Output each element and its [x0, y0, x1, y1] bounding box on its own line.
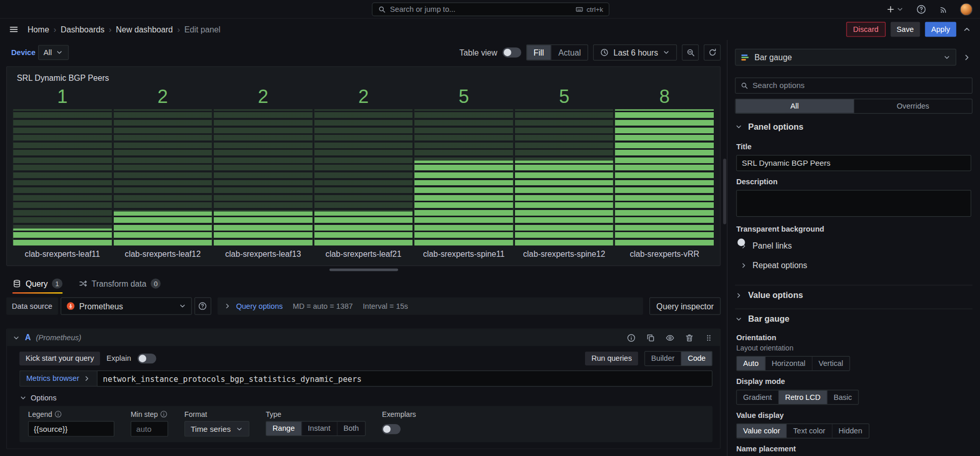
option-hidden[interactable]: Hidden	[832, 424, 868, 438]
option-auto[interactable]: Auto	[737, 357, 765, 371]
menu-toggle-button[interactable]	[8, 23, 20, 36]
viz-picker[interactable]: Bar gauge	[735, 49, 956, 66]
query-block-a: A (Prometheus) Kick start your query	[6, 328, 720, 449]
table-view-toggle[interactable]	[502, 47, 521, 57]
option-overrides[interactable]: Overrides	[854, 99, 972, 113]
breadcrumb: Home›Dashboards›New dashboard›Edit panel	[27, 25, 220, 34]
display-mode-label: Display mode	[736, 377, 971, 386]
hide-query-button[interactable]	[664, 332, 676, 343]
option-both[interactable]: Both	[337, 422, 365, 435]
search-input[interactable]: Search or jump to... ctrl+k	[372, 3, 609, 16]
discard-button[interactable]: Discard	[846, 22, 885, 37]
chevron-down-icon	[896, 5, 904, 13]
explain-toggle[interactable]	[137, 354, 156, 363]
user-avatar[interactable]	[960, 3, 972, 15]
tab-transform[interactable]: Transform data 0	[78, 274, 161, 294]
query-help-button[interactable]	[626, 332, 637, 343]
breadcrumb-item[interactable]: Home	[27, 25, 49, 34]
option-retro-lcd[interactable]: Retro LCD	[779, 391, 827, 405]
gauge-bar	[314, 109, 412, 245]
edit-actions: Discard Save Apply	[846, 22, 972, 37]
gauge-label: clab-srexperts-leaf12	[113, 245, 212, 259]
tab-query[interactable]: Query 1	[12, 274, 62, 294]
legend-input[interactable]	[28, 421, 114, 436]
remove-query-button[interactable]	[684, 332, 695, 343]
gauge-label: clab-srexperts-vRR	[615, 245, 714, 259]
value-options-section-header[interactable]: Value options	[735, 285, 972, 303]
exemplars-toggle[interactable]	[382, 424, 401, 434]
shortcut-label: ctrl+k	[587, 6, 603, 13]
refresh-button[interactable]	[704, 44, 721, 61]
query-a-header[interactable]: A (Prometheus)	[7, 329, 720, 346]
gauge-bar	[13, 109, 111, 245]
panel-title-input[interactable]	[736, 155, 971, 171]
gauge-label: clab-srexperts-leaf21	[314, 245, 412, 259]
run-queries-button[interactable]: Run queries	[585, 352, 638, 365]
query-editor: Data source Prometheus Query options MD …	[6, 297, 720, 449]
news-button[interactable]	[937, 3, 950, 15]
option-actual[interactable]: Actual	[552, 45, 588, 60]
bar-gauge-section-header[interactable]: Bar gauge	[735, 309, 972, 327]
option-builder[interactable]: Builder	[645, 352, 681, 365]
option-all[interactable]: All	[735, 99, 854, 113]
device-variable-value: All	[44, 48, 52, 57]
device-variable-select[interactable]: All	[38, 45, 69, 60]
datasource-help-button[interactable]	[194, 297, 211, 315]
type-field: Type RangeInstantBoth	[266, 410, 366, 436]
collapse-options-button[interactable]	[961, 51, 973, 63]
save-button[interactable]: Save	[890, 22, 920, 37]
options-search-input[interactable]: Search options	[735, 77, 972, 94]
panel-description-input[interactable]	[736, 190, 971, 217]
option-horizontal[interactable]: Horizontal	[765, 357, 812, 371]
value-display-toggle: Value colorText colorHidden	[736, 424, 869, 439]
panel-resize-handle[interactable]	[6, 266, 720, 274]
option-basic[interactable]: Basic	[828, 391, 858, 405]
breadcrumb-item[interactable]: New dashboard	[116, 25, 173, 34]
option-gradient[interactable]: Gradient	[737, 391, 779, 405]
name-placement-field: Name placement AutoTopLeft	[736, 445, 971, 456]
kick-start-button[interactable]: Kick start your query	[20, 352, 100, 365]
drag-query-handle[interactable]	[703, 332, 714, 343]
grafana-logo[interactable]	[8, 2, 23, 16]
panel-options-section-header[interactable]: Panel options	[735, 117, 972, 136]
help-button[interactable]	[915, 3, 927, 15]
apply-button[interactable]: Apply	[925, 22, 956, 37]
format-label: Format	[184, 410, 249, 418]
option-fill[interactable]: Fill	[527, 45, 552, 60]
option-value-color[interactable]: Value color	[737, 424, 787, 438]
collapse-header-button[interactable]	[961, 24, 973, 35]
query-expression: network_instance_protocols_bgp_statistic…	[103, 374, 362, 383]
panel-links-section[interactable]: Panel links	[740, 237, 972, 254]
option-vertical[interactable]: Vertical	[812, 357, 849, 371]
top-bar: Search or jump to... ctrl+k	[0, 0, 980, 19]
option-instant[interactable]: Instant	[302, 422, 337, 435]
option-code[interactable]: Code	[681, 352, 712, 365]
topbar-actions	[885, 3, 973, 15]
gauge-value: 5	[515, 86, 613, 109]
min-step-input[interactable]	[131, 421, 168, 436]
breadcrumb-item[interactable]: Dashboards	[61, 25, 105, 34]
display-mode-field: Display mode GradientRetro LCDBasic	[736, 377, 971, 405]
format-select[interactable]: Time series	[184, 421, 249, 436]
query-expression-input[interactable]: network_instance_protocols_bgp_statistic…	[97, 371, 713, 387]
query-options-label: Query options	[236, 302, 283, 310]
query-options-toggle[interactable]: Query options MD = auto = 1387 Interval …	[217, 297, 643, 315]
option-range[interactable]: Range	[266, 422, 301, 435]
option-text-color[interactable]: Text color	[787, 424, 832, 438]
duplicate-query-button[interactable]	[645, 332, 656, 343]
breadcrumb-item[interactable]: Edit panel	[184, 25, 220, 34]
zoom-out-button[interactable]	[682, 44, 699, 61]
value-options-header-label: Value options	[748, 290, 803, 300]
query-inspector-button[interactable]: Query inspector	[649, 297, 720, 315]
title-label: Title	[736, 143, 971, 151]
main-scrollbar[interactable]	[723, 159, 726, 224]
metrics-browser-button[interactable]: Metrics browser	[20, 371, 97, 387]
repeat-options-section[interactable]: Repeat options	[740, 257, 972, 274]
time-range-picker[interactable]: Last 6 hours	[593, 44, 677, 61]
query-options-collapse[interactable]: Options	[20, 394, 713, 402]
panel-options-sidebar: Bar gauge Search options AllOverrides Pa…	[727, 40, 980, 456]
datasource-picker[interactable]: Prometheus	[60, 297, 192, 315]
tab-transform-label: Transform data	[92, 279, 146, 288]
new-menu-button[interactable]	[885, 4, 905, 15]
query-datasource-note: (Prometheus)	[36, 333, 81, 342]
